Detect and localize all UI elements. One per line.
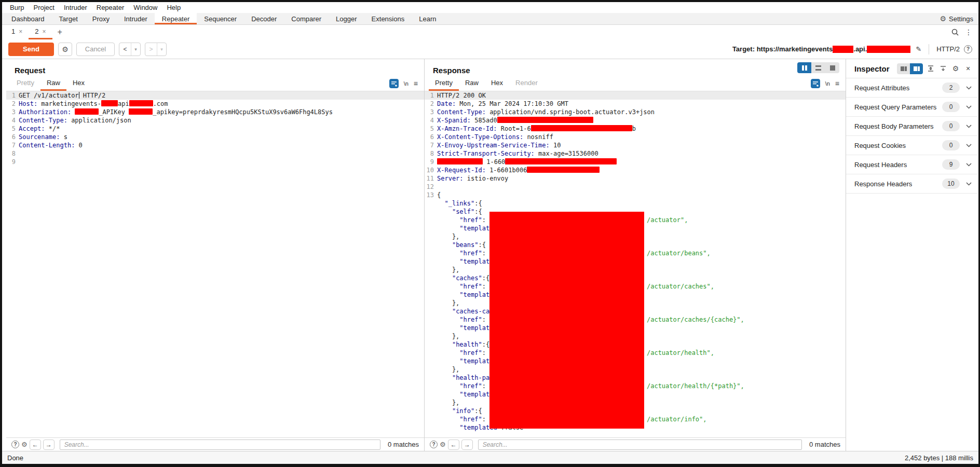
kebab-menu-icon[interactable]: ⋮: [965, 28, 972, 36]
forward-history-button[interactable]: > ▾: [145, 43, 167, 56]
inspector-section-request-headers[interactable]: Request Headers 9: [846, 155, 978, 174]
inspector-dock-right-button[interactable]: [910, 63, 923, 74]
inspector-section-request-attributes[interactable]: Request Attributes 2: [846, 78, 978, 98]
status-text: Done: [7, 454, 23, 462]
inspector-section-request-cookies[interactable]: Request Cookies 0: [846, 136, 978, 155]
chevron-down-icon: [966, 86, 972, 90]
search-settings-icon[interactable]: ⚙: [21, 441, 28, 448]
menu-intruder[interactable]: Intruder: [59, 3, 92, 12]
edit-target-icon[interactable]: ✎: [916, 45, 921, 53]
response-tab-render[interactable]: Render: [509, 76, 544, 91]
expand-all-icon[interactable]: [926, 64, 935, 73]
response-editor[interactable]: 1HTTP/2 200 OK2Date: Mon, 25 Mar 2024 17…: [425, 91, 846, 437]
help-icon[interactable]: ?: [430, 441, 438, 448]
content-area: Request Pretty Raw Hex \n ≡ 1GET /v1/: [2, 59, 978, 451]
tab-proxy[interactable]: Proxy: [85, 13, 117, 24]
tab-intruder[interactable]: Intruder: [117, 13, 155, 24]
editor-line: 1GET /v1/actuator HTTP/2: [6, 91, 424, 100]
settings-button[interactable]: ⚙ Settings: [940, 13, 978, 24]
next-match-button[interactable]: →: [461, 439, 473, 450]
menu-project[interactable]: Project: [29, 3, 59, 12]
search-settings-icon[interactable]: ⚙: [440, 441, 446, 448]
hamburger-menu-icon[interactable]: ≡: [414, 79, 418, 88]
request-search-input[interactable]: [60, 439, 380, 450]
collapse-all-icon[interactable]: [938, 64, 948, 73]
response-tab-hex[interactable]: Hex: [485, 76, 509, 91]
inspector-section-request-body-parameters[interactable]: Request Body Parameters 0: [846, 117, 978, 136]
redaction: [129, 100, 153, 106]
inspector-section-request-query-parameters[interactable]: Request Query Parameters 0: [846, 98, 978, 117]
layout-single-button[interactable]: [825, 62, 839, 73]
syntax-highlight-icon[interactable]: [811, 79, 820, 88]
tab-decoder[interactable]: Decoder: [244, 13, 284, 24]
editor-line: 10X-Request-Id: 1-6601b006: [425, 166, 846, 174]
editor-line: 12: [425, 183, 846, 191]
inspector-dock-left-button[interactable]: [897, 63, 910, 74]
protocol-label[interactable]: HTTP/2: [936, 45, 960, 53]
tab-dashboard[interactable]: Dashboard: [4, 13, 52, 24]
add-tab-button[interactable]: +: [52, 25, 67, 39]
tab-repeater[interactable]: Repeater: [155, 13, 197, 24]
response-search-bar: ? ⚙ ← → 0 matches: [425, 437, 846, 451]
response-tab-raw[interactable]: Raw: [459, 76, 485, 91]
request-editor[interactable]: 1GET /v1/actuator HTTP/22Host: marketing…: [6, 91, 424, 437]
tab-logger[interactable]: Logger: [329, 13, 364, 24]
count-badge: 10: [942, 178, 960, 189]
request-match-count: 0 matches: [386, 441, 419, 448]
chevron-down-icon[interactable]: ▾: [131, 43, 140, 56]
redaction-overlay: [489, 212, 644, 429]
send-options-button[interactable]: ⚙: [58, 43, 72, 56]
response-tab-pretty[interactable]: Pretty: [429, 76, 459, 91]
cancel-button[interactable]: Cancel: [76, 43, 115, 56]
back-history-button[interactable]: < ▾: [119, 43, 141, 56]
show-newlines-icon[interactable]: \n: [404, 80, 409, 87]
menu-repeater[interactable]: Repeater: [92, 3, 129, 12]
inspector-title: Inspector: [854, 64, 890, 73]
tab-target[interactable]: Target: [52, 13, 85, 24]
target-label: Target:: [732, 45, 755, 53]
request-tab-hex[interactable]: Hex: [66, 76, 91, 91]
editor-line: 5Accept: */*: [6, 125, 424, 133]
settings-label: Settings: [949, 15, 973, 23]
request-tab-pretty[interactable]: Pretty: [10, 76, 40, 91]
tab-sequencer[interactable]: Sequencer: [197, 13, 244, 24]
tab-extensions[interactable]: Extensions: [364, 13, 412, 24]
next-match-button[interactable]: →: [43, 439, 55, 450]
response-search-input[interactable]: [478, 439, 802, 450]
help-icon[interactable]: ?: [11, 441, 19, 448]
search-icon[interactable]: [951, 29, 959, 36]
close-icon[interactable]: ×: [42, 28, 46, 35]
redaction: [531, 125, 632, 131]
previous-match-button[interactable]: ←: [448, 439, 459, 450]
inspector-close-icon[interactable]: ×: [963, 64, 973, 73]
chevron-down-icon: [966, 163, 972, 167]
response-match-count: 0 matches: [807, 441, 840, 448]
tab-comparer[interactable]: Comparer: [284, 13, 329, 24]
inspector-section-response-headers[interactable]: Response Headers 10: [846, 174, 978, 194]
layout-columns-button[interactable]: [797, 62, 811, 73]
editor-line: 5X-Amzn-Trace-Id: Root=1-6b: [425, 125, 846, 133]
chevron-down-icon: [966, 105, 972, 109]
repeater-tab-1[interactable]: 1 ×: [5, 25, 29, 39]
syntax-highlight-icon[interactable]: [389, 79, 399, 88]
target-url-part2: .api.: [853, 45, 867, 53]
inspector-settings-icon[interactable]: ⚙: [951, 64, 960, 73]
forward-arrow: >: [145, 43, 157, 56]
show-newlines-icon[interactable]: \n: [825, 80, 830, 87]
send-button[interactable]: Send: [8, 43, 54, 56]
tab-learn[interactable]: Learn: [412, 13, 443, 24]
help-icon[interactable]: ?: [964, 45, 972, 53]
back-arrow[interactable]: <: [119, 43, 131, 56]
editor-line: "_links":{: [425, 199, 846, 208]
repeater-tab-1-label: 1: [11, 28, 15, 35]
close-icon[interactable]: ×: [19, 28, 22, 35]
menu-burp[interactable]: Burp: [5, 3, 29, 12]
previous-match-button[interactable]: ←: [30, 439, 41, 450]
redaction: [867, 46, 910, 53]
menu-help[interactable]: Help: [162, 3, 185, 12]
repeater-tab-2[interactable]: 2 ×: [29, 25, 52, 39]
menu-window[interactable]: Window: [129, 3, 162, 12]
hamburger-menu-icon[interactable]: ≡: [835, 79, 839, 88]
request-tab-raw[interactable]: Raw: [40, 76, 66, 91]
layout-rows-button[interactable]: [811, 62, 825, 73]
